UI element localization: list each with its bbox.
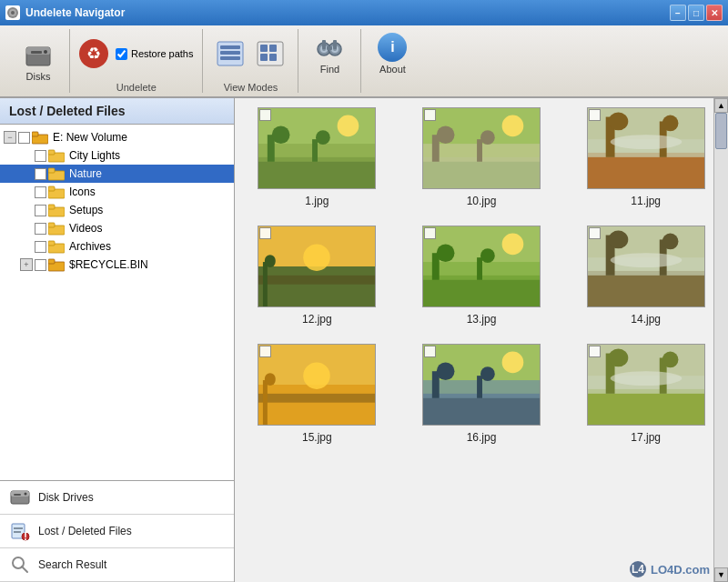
nav-icon-search-result [9,554,31,576]
folder-icon [48,221,65,236]
thumb-wrapper-12 [258,226,376,307]
thumb-item-13[interactable]: 13.jpg [413,226,551,326]
tree-item-checkbox[interactable] [35,259,46,271]
svg-point-6 [44,50,47,54]
nav-item-lost-deleted[interactable]: !Lost / Deleted Files [0,515,234,548]
svg-point-44 [25,493,27,496]
svg-rect-32 [48,186,55,191]
thumb-image-12 [258,226,376,307]
tree-toggle[interactable]: − [4,131,16,144]
maximize-button[interactable]: □ [688,5,704,21]
scrollbar[interactable]: ▲ ▼ [713,98,728,582]
thumb-checkbox-10[interactable] [424,109,436,121]
thumb-checkbox-14[interactable] [589,227,601,239]
thumb-checkbox-17[interactable] [589,346,601,357]
thumb-item-11[interactable]: 11.jpg [577,107,714,207]
tree-item-checkbox[interactable] [35,168,46,180]
tree-item-checkbox[interactable] [35,205,46,216]
tree-item-checkbox[interactable] [35,241,46,253]
tree-item-setups[interactable]: Setups [0,201,234,219]
svg-point-85 [502,234,524,256]
tree-item-label: Setups [69,204,103,216]
svg-rect-82 [265,255,276,267]
thumb-checkbox-12[interactable] [259,227,271,239]
title-bar: Undelete Navigator − □ ✕ [0,0,728,25]
thumb-image-11 [587,107,705,189]
restore-paths-checkbox[interactable] [116,48,127,60]
tree-item-label: City Lights [69,149,120,162]
scroll-down-button[interactable]: ▼ [714,567,728,582]
tree-item-new-volume[interactable]: − E: New Volume [0,128,234,146]
svg-rect-28 [48,150,55,155]
list-view-button[interactable] [212,37,248,70]
svg-rect-101 [258,385,375,425]
nav-item-search-result[interactable]: Search Result [0,548,234,582]
svg-rect-84 [423,276,540,306]
thumb-wrapper-10 [422,107,541,189]
tree-item-archives[interactable]: Archives [0,237,234,256]
thumb-item-15[interactable]: 15.jpg [248,344,386,444]
disks-button[interactable]: Disks [16,36,60,85]
tree-item-checkbox[interactable] [35,186,46,198]
tree-item-checkbox[interactable] [35,150,46,162]
thumb-checkbox-1[interactable] [259,109,271,121]
scroll-thumb[interactable] [715,113,727,149]
minimize-button[interactable]: − [670,5,686,21]
file-tree[interactable]: − E: New Volume City Lights Nature Icons… [0,125,234,480]
tree-item-checkbox[interactable] [18,132,30,144]
svg-rect-81 [263,262,268,306]
thumb-item-14[interactable]: 14.jpg [577,226,714,326]
scroll-up-button[interactable]: ▲ [714,98,728,113]
folder-icon [32,130,48,145]
nav-label-lost-deleted: Lost / Deleted Files [38,525,132,537]
find-button[interactable]: Find [308,29,351,78]
svg-rect-120 [662,352,678,368]
tree-item-videos[interactable]: Videos [0,219,234,237]
thumb-label-10: 10.jpg [467,195,497,207]
thumb-label-1: 1.jpg [305,195,329,207]
svg-text:L4: L4 [632,563,644,576]
nav-label-disk-drives: Disk Drives [38,491,94,504]
thumb-checkbox-16[interactable] [424,346,436,357]
thumb-item-16[interactable]: 16.jpg [413,344,551,444]
tree-toggle [20,204,33,216]
thumb-item-1[interactable]: 1.jpg [248,107,386,207]
thumb-item-17[interactable]: 17.jpg [577,344,714,444]
svg-rect-15 [269,54,277,61]
toolbar-find-section: Find [298,29,361,93]
tree-item-city-lights[interactable]: City Lights [0,146,234,165]
nav-item-disk-drives[interactable]: Disk Drives [0,481,234,515]
tree-item-recycle[interactable]: + $RECYCLE.BIN [0,256,234,274]
folder-icon [48,257,65,272]
tree-item-icons[interactable]: Icons [0,183,234,201]
find-label: Find [320,64,339,75]
tree-item-checkbox[interactable] [35,223,46,235]
svg-rect-89 [477,257,482,280]
tree-item-nature[interactable]: Nature [0,165,234,183]
svg-rect-65 [437,125,455,144]
tree-toggle [20,167,33,180]
thumb-checkbox-11[interactable] [589,109,601,121]
close-button[interactable]: ✕ [706,5,723,21]
grid-view-button[interactable] [252,37,288,70]
svg-rect-90 [480,248,495,263]
tree-toggle[interactable]: + [20,258,33,271]
svg-rect-80 [258,276,375,285]
svg-rect-40 [48,259,55,264]
thumb-image-15 [258,344,376,426]
thumb-wrapper-17 [587,344,705,426]
thumb-checkbox-13[interactable] [424,227,436,239]
thumb-label-13: 13.jpg [467,313,497,326]
scroll-track[interactable] [714,113,728,567]
bottom-nav: Disk Drives!Lost / Deleted FilesSearch R… [0,480,234,582]
svg-rect-69 [588,153,704,188]
about-button[interactable]: i About [370,29,414,78]
app-icon [5,5,20,20]
thumb-item-10[interactable]: 10.jpg [413,107,551,207]
tree-toggle [20,222,33,235]
undelete-section-label: Undelete [116,82,157,93]
thumb-checkbox-15[interactable] [259,346,271,357]
svg-rect-12 [260,45,268,52]
thumb-item-12[interactable]: 12.jpg [248,226,386,326]
thumb-image-13 [422,226,541,307]
